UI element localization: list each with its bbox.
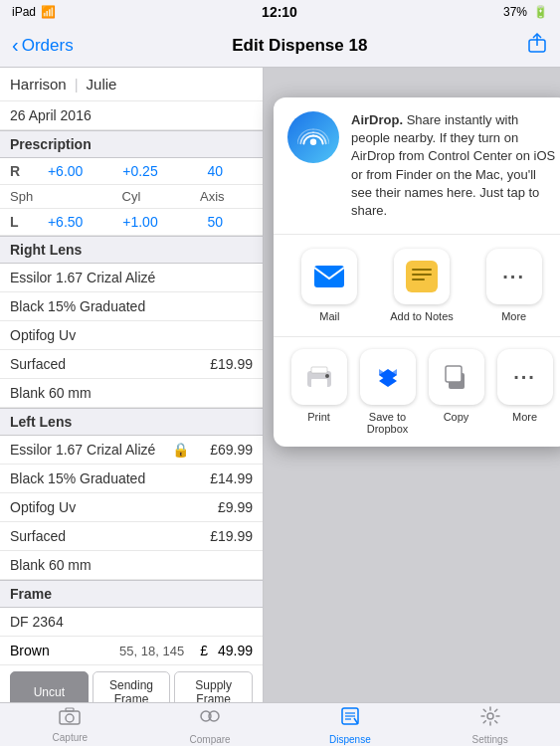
date-row: 26 April 2016: [0, 101, 263, 130]
notes-label: Add to Notes: [390, 310, 454, 322]
print-share-item[interactable]: Print: [287, 349, 350, 435]
notes-icon: [394, 249, 450, 304]
settings-icon: [479, 705, 501, 732]
list-item: Essilor 1.67 Crizal Alizé: [0, 264, 263, 292]
capture-icon: [59, 707, 81, 730]
supply-frame-button[interactable]: Supply Frame: [174, 671, 253, 702]
list-item: Blank 60 mm: [0, 551, 263, 580]
wifi-icon: 📶: [41, 5, 56, 19]
frame-color: Brown: [10, 643, 111, 658]
list-item: Blank 60 mm: [0, 379, 263, 408]
copy-icon: [429, 349, 484, 405]
frame-color-row: Brown 55, 18, 145 £ 49.99: [0, 637, 263, 665]
rx-row-r: R +6.00 +0.25 40: [0, 158, 263, 185]
dispense-label: Dispense: [329, 734, 371, 745]
staff-name: Julie: [87, 76, 117, 93]
share-button[interactable]: [526, 32, 548, 59]
mail-label: Mail: [319, 310, 339, 322]
name-divider: |: [75, 76, 79, 93]
tab-capture[interactable]: Capture: [0, 707, 140, 743]
back-button[interactable]: ‹ Orders: [12, 34, 74, 57]
settings-label: Settings: [472, 734, 508, 745]
cyl-header: Cyl: [91, 189, 171, 204]
dispense-date: 26 April 2016: [10, 107, 92, 123]
tab-compare[interactable]: Compare: [140, 705, 280, 745]
status-bar: iPad 📶 12:10 37% 🔋: [0, 0, 560, 24]
black-grad-left-label: Black 15% Graduated: [10, 470, 145, 486]
more2-share-item[interactable]: ··· More: [493, 349, 556, 435]
svg-point-19: [66, 714, 74, 722]
svg-point-28: [487, 713, 493, 719]
status-left: iPad 📶: [12, 5, 56, 19]
dropbox-label: Save to Dropbox: [356, 411, 419, 435]
axis-header: Axis: [172, 189, 253, 204]
name-row: Harrison | Julie: [0, 68, 263, 101]
svg-rect-4: [406, 261, 438, 292]
svg-rect-5: [412, 269, 432, 271]
nav-bar: ‹ Orders Edit Dispense 18: [0, 24, 560, 68]
rx-eye-l: L: [10, 214, 28, 230]
copy-label: Copy: [444, 411, 469, 423]
patient-name: Harrison: [10, 76, 67, 93]
airdrop-row: AirDrop. Share instantly with people nea…: [274, 97, 560, 235]
mail-share-item[interactable]: Mail: [287, 249, 372, 322]
essilor-left-row: Essilor 1.67 Crizal Alizé 🔒 £69.99: [0, 436, 263, 465]
more2-label: More: [512, 411, 537, 423]
optifog-left-price: £9.99: [218, 499, 253, 515]
device-label: iPad: [12, 5, 36, 19]
rx-r-cyl: +0.25: [102, 163, 177, 179]
more1-label: More: [501, 310, 526, 322]
rx-r-sph: +6.00: [28, 163, 102, 179]
prescription-header: Prescription: [0, 130, 263, 158]
tab-bar: Capture Compare Dispense: [0, 702, 560, 746]
frame-currency: £: [200, 643, 208, 658]
surfaced-right-price: £19.99: [210, 356, 253, 372]
dropbox-icon: [360, 349, 416, 405]
status-time: 12:10: [262, 4, 297, 20]
share-row-2: Print Save to Dropbox: [274, 337, 560, 447]
battery-icon: 🔋: [533, 5, 548, 19]
share-sheet: AirDrop. Share instantly with people nea…: [274, 97, 560, 447]
back-chevron-icon: ‹: [12, 34, 19, 57]
print-label: Print: [307, 411, 330, 423]
notes-share-item[interactable]: Add to Notes: [380, 249, 465, 322]
svg-rect-9: [311, 379, 327, 389]
frame-price: 49.99: [218, 643, 253, 658]
rx-column-headers: Sph Cyl Axis: [0, 185, 263, 209]
tab-settings[interactable]: Settings: [420, 705, 560, 745]
airdrop-description: AirDrop. Share instantly with people nea…: [351, 111, 556, 220]
compare-label: Compare: [190, 734, 231, 745]
split-container: Harrison | Julie 26 April 2016 Prescript…: [0, 68, 560, 702]
right-pane: AirDrop. Share instantly with people nea…: [264, 68, 560, 702]
svg-point-11: [325, 374, 329, 378]
airdrop-icon: [287, 111, 339, 163]
more1-share-item[interactable]: ··· More: [471, 249, 556, 322]
svg-rect-20: [66, 708, 74, 711]
battery-level: 37%: [503, 5, 527, 19]
page-title: Edit Dispense 18: [232, 36, 367, 56]
surfaced-right-label: Surfaced: [10, 356, 66, 372]
optifog-left-label: Optifog Uv: [10, 499, 76, 515]
svg-rect-3: [314, 266, 344, 287]
rx-row-l: L +6.50 +1.00 50: [0, 209, 263, 236]
svg-rect-17: [446, 366, 462, 382]
left-pane: Harrison | Julie 26 April 2016 Prescript…: [0, 68, 264, 702]
back-label[interactable]: Orders: [22, 36, 74, 56]
copy-share-item[interactable]: Copy: [425, 349, 487, 435]
essilor-left-label: Essilor 1.67 Crizal Alizé: [10, 442, 155, 458]
black-grad-left-row: Black 15% Graduated £14.99: [0, 465, 263, 493]
dispense-icon: [339, 705, 361, 732]
svg-point-2: [310, 139, 316, 145]
status-right: 37% 🔋: [503, 5, 548, 19]
rx-l-cyl: +1.00: [102, 214, 177, 230]
sending-frame-button[interactable]: Sending Frame: [93, 671, 171, 702]
lens-type-buttons: Uncut Sending Frame Supply Frame: [0, 665, 263, 702]
tab-dispense[interactable]: Dispense: [280, 705, 421, 745]
uncut-button[interactable]: Uncut: [10, 671, 89, 702]
svg-rect-6: [412, 274, 432, 276]
dropbox-share-item[interactable]: Save to Dropbox: [356, 349, 419, 435]
left-lens-header: Left Lens: [0, 408, 263, 436]
print-icon: [291, 349, 347, 405]
rx-l-axis: 50: [178, 214, 253, 230]
sph-header: Sph: [10, 189, 91, 204]
